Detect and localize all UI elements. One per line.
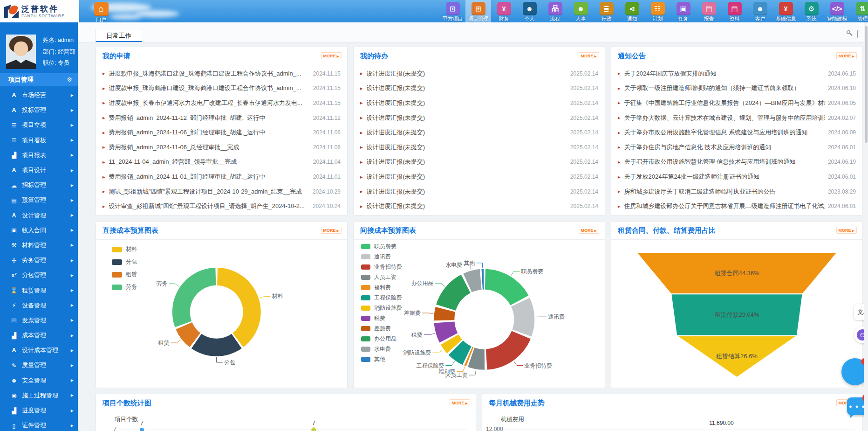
sidebar-menu-item[interactable]: A 投标管理 ▶: [0, 103, 78, 118]
legend-item[interactable]: 分包: [112, 257, 137, 270]
more-link[interactable]: MORE▶: [579, 227, 599, 234]
more-link[interactable]: MORE▶: [321, 52, 342, 59]
list-item[interactable]: ▸ 关于举办大数据、云计算技术在城市建设、规划、管理与服务中的应用培训班... …: [611, 111, 862, 125]
legend-item[interactable]: 福利费: [361, 283, 402, 293]
sidebar-menu-item[interactable]: ⌛ 租赁管理 ▶: [0, 283, 78, 298]
sidebar-menu-item[interactable]: ✣ 劳务管理 ▶: [0, 253, 78, 268]
app-nav-item[interactable]: ⚙ 系统: [799, 0, 824, 22]
sidebar-menu-item[interactable]: ▤ 预算管理 ▶: [0, 193, 78, 208]
list-item[interactable]: ▸ 关于发放2024年第24批一级建造师注册证书的通知 2024.06.01: [611, 170, 862, 184]
app-nav-item[interactable]: ≣ 行政: [594, 0, 619, 22]
key-icon[interactable]: [846, 30, 854, 37]
sidebar-menu-item[interactable]: ▟ 进度管理 ▶: [0, 403, 78, 418]
sidebar-menu-item[interactable]: ☻ 安全管理 ▶: [0, 373, 78, 388]
list-item[interactable]: ▸ 进度款申报_长春市伊通河水力发电厂改建工程_长春市伊通河水力发电... 20…: [96, 96, 347, 110]
list-item[interactable]: ▸ 住房和城乡建设部办公厅关于同意吉林省开展二级建造师注册证书电子化试点... …: [611, 199, 862, 213]
more-link[interactable]: MORE▶: [836, 52, 857, 59]
legend-item[interactable]: 通讯费: [361, 252, 402, 263]
list-item[interactable]: ▸ 设计进度汇报(未提交) 2025.02.14: [354, 155, 605, 169]
more-link[interactable]: MORE▶: [579, 52, 599, 59]
list-item[interactable]: ▸ 设计进度汇报(未提交) 2025.02.14: [354, 125, 605, 139]
list-item[interactable]: ▸ 关于2024年国庆节放假安排的通知 2024.06.15: [611, 67, 862, 81]
sidebar-menu-item[interactable]: ▤ 发票管理 ▶: [0, 313, 78, 328]
data-point-marker[interactable]: [311, 427, 317, 431]
more-link[interactable]: MORE▶: [321, 227, 342, 234]
app-nav-item[interactable]: </> 智能建模: [824, 0, 850, 22]
app-nav-item[interactable]: ¥ 基础信息: [773, 0, 799, 22]
list-item[interactable]: ▸ 费用报销_admin_2024-11-06_总经理审批__完成 2024.1…: [96, 140, 347, 154]
partial-icon[interactable]: [857, 30, 861, 38]
list-item[interactable]: ▸ 关于领取一级注册建造师增项贴的通知（须持一建证书前来领取） 2024.06.…: [611, 81, 862, 95]
more-link[interactable]: MORE▶: [450, 399, 470, 406]
app-nav-item[interactable]: ▣ 任务: [670, 0, 696, 22]
sidebar-menu-item[interactable]: ◉ 施工过程管理 ▶: [0, 388, 78, 403]
list-item[interactable]: ▸ 设计进度汇报(未提交) 2025.02.14: [354, 81, 605, 95]
donut-slice[interactable]: [468, 348, 485, 370]
legend-item[interactable]: 业务招待费: [361, 263, 402, 273]
sidebar-menu-item[interactable]: ▣ 收入合同 ▶: [0, 223, 78, 238]
sidebar-menu-item[interactable]: ✎ 质量管理 ▶: [0, 358, 78, 373]
app-nav-item[interactable]: ⊡ 甲方项目: [440, 0, 465, 22]
app-nav-item[interactable]: 品 流程: [542, 0, 568, 22]
list-item[interactable]: ▸ 设计进度汇报(未提交) 2025.02.14: [354, 111, 605, 125]
sidebar-menu-item[interactable]: ▯ 证件管理 ▶: [0, 418, 78, 431]
list-item[interactable]: ▸ 关于召开市政公用设施智慧化管理 信息技术与应用培训班的通知 2024.06.…: [611, 155, 862, 169]
gear-icon[interactable]: ⚙: [67, 73, 72, 86]
legend-item[interactable]: 差旅费: [361, 324, 402, 334]
legend-item[interactable]: 其他: [361, 355, 402, 365]
list-item[interactable]: ▸ 设计审查_彭祖新城"四馆"景观工程设计项目_请选择_胡产生_2024-10-…: [96, 199, 347, 213]
sidebar-menu-item[interactable]: A 市场经营 ▶: [0, 88, 78, 103]
scrollbar-thumb[interactable]: [865, 26, 868, 143]
app-nav-item[interactable]: ☻ 客户: [747, 0, 773, 22]
more-link[interactable]: MORE▶: [836, 227, 857, 234]
donut-slice[interactable]: [172, 268, 216, 327]
list-item[interactable]: ▸ 设计进度汇报(未提交) 2025.02.14: [354, 96, 605, 110]
sidebar-menu-item[interactable]: A 项目设计 ▶: [0, 163, 78, 178]
app-nav-item[interactable]: ☷ 计划: [645, 0, 670, 22]
list-item[interactable]: ▸ 关于举办住房与房地产信息化 技术及应用培训班的通知 2024.06.01: [611, 140, 862, 154]
donut-slice[interactable]: [482, 269, 484, 290]
legend-item[interactable]: 材料: [112, 245, 137, 257]
app-nav-item[interactable]: ☻ 人事: [568, 0, 594, 22]
tab-daily-work[interactable]: 日常工作: [96, 29, 142, 42]
app-nav-item[interactable]: ☻ 个人: [517, 0, 542, 22]
legend-item[interactable]: 租赁: [112, 270, 137, 283]
legend-item[interactable]: 消防设施费: [361, 304, 402, 314]
list-item[interactable]: ▸ 进度款申报_珠海鹤港口建设_珠海鹤港口建设工程合作协议书_admin_...…: [96, 67, 347, 81]
data-point-marker[interactable]: [140, 428, 144, 431]
list-item[interactable]: ▸ 11_2024-11-04_admin_经营部_领导审批__完成 2024.…: [96, 155, 347, 169]
list-item[interactable]: ▸ 关于举办市政公用设施数字化管理信息 系统建设与应用培训班的通知 2024.0…: [611, 125, 862, 139]
sidebar-menu-item[interactable]: ▟ 项目报表 ▶: [0, 148, 78, 163]
legend-item[interactable]: 办公用品: [361, 334, 402, 345]
sidebar-menu-item[interactable]: ☁ 招标管理 ▶: [0, 178, 78, 193]
list-item[interactable]: ▸ 进度款申报_珠海鹤港口建设_珠海鹤港口建设工程合作协议书_admin_...…: [96, 81, 347, 95]
sidebar-menu-item[interactable]: x² 分包管理 ▶: [0, 268, 78, 283]
sidebar-menu-item[interactable]: ☰ 项目立项 ▶: [0, 118, 78, 132]
legend-item[interactable]: 工程保险费: [361, 293, 402, 304]
list-item[interactable]: ▸ 设计进度汇报(未提交) 2025.02.14: [354, 185, 605, 199]
sidebar-menu-item[interactable]: A 设计成本管理 ▶: [0, 343, 78, 358]
sidebar-menu-item[interactable]: ⚒ 材料管理 ▶: [0, 238, 78, 253]
list-item[interactable]: ▸ 费用报销_admin_2024-11-01_部门经理审批_胡建,_运行中 2…: [96, 170, 347, 184]
sidebar-menu-item[interactable]: ☰ 项目看板 ▶: [0, 133, 78, 148]
app-nav-item[interactable]: ▤ 资料: [722, 0, 747, 22]
donut-slice[interactable]: [217, 268, 261, 348]
sidebar-menu-item[interactable]: ⚡ 设备管理 ▶: [0, 298, 78, 313]
list-item[interactable]: ▸ 设计进度汇报(未提交) 2025.02.14: [354, 199, 605, 213]
list-item[interactable]: ▸ 设计进度汇报(未提交) 2025.02.14: [354, 170, 605, 184]
app-nav-item[interactable]: ⊲ 通知: [619, 0, 645, 22]
sidebar-menu-item[interactable]: ▟ 成本管理 ▶: [0, 328, 78, 343]
list-item[interactable]: ▸ 测试_彭祖新城"四馆"景观工程设计项目_2024-10-29_admin_结…: [96, 185, 347, 199]
legend-item[interactable]: 税费: [361, 314, 402, 324]
nav-portal[interactable]: ⌂ 门户: [89, 2, 113, 23]
legend-item[interactable]: 劳务: [112, 283, 137, 295]
list-item[interactable]: ▸ 费用报销_admin_2024-11-06_部门经理审批_胡建,_运行中 2…: [96, 125, 347, 139]
app-nav-item[interactable]: ⇅ 管理: [850, 0, 868, 22]
list-item[interactable]: ▸ 房和城乡建设厅关于取消二级建造师临时执业证书的公告 2023.08.29: [611, 185, 862, 199]
app-nav-item[interactable]: ¥ 财务: [491, 0, 517, 22]
app-nav-item[interactable]: ▤ 报告: [696, 0, 722, 22]
donut-slice[interactable]: [436, 275, 471, 311]
app-nav-item[interactable]: ⊞ 项目管理: [465, 0, 491, 22]
legend-item[interactable]: 水电费: [361, 345, 402, 355]
list-item[interactable]: ▸ 费用报销_admin_2024-11-12_部门经理审批_胡建,_运行中 2…: [96, 111, 347, 125]
